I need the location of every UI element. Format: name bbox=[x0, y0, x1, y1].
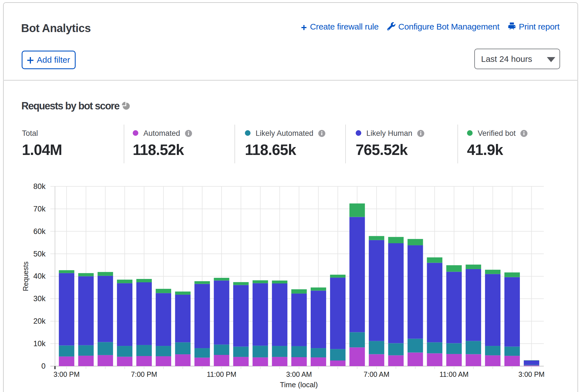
svg-text:50k: 50k bbox=[33, 250, 46, 258]
svg-text:11:00 AM: 11:00 AM bbox=[439, 370, 469, 378]
svg-text:11:00 PM: 11:00 PM bbox=[207, 370, 236, 378]
svg-text:3:00 AM: 3:00 AM bbox=[286, 370, 312, 378]
svg-text:60k: 60k bbox=[33, 227, 46, 236]
svg-text:7:00 AM: 7:00 AM bbox=[364, 370, 389, 378]
svg-text:10k: 10k bbox=[33, 339, 46, 348]
svg-text:30k: 30k bbox=[33, 294, 46, 303]
svg-text:7:00 PM: 7:00 PM bbox=[131, 370, 157, 378]
svg-text:Time (local): Time (local) bbox=[280, 380, 318, 389]
svg-text:40k: 40k bbox=[33, 272, 46, 280]
svg-text:3:00 PM: 3:00 PM bbox=[53, 370, 80, 378]
svg-text:70k: 70k bbox=[33, 205, 46, 213]
svg-text:20k: 20k bbox=[33, 317, 46, 325]
svg-text:0: 0 bbox=[41, 362, 46, 370]
svg-text:80k: 80k bbox=[33, 182, 46, 191]
svg-text:3:00 PM: 3:00 PM bbox=[518, 370, 545, 378]
svg-text:Requests: Requests bbox=[22, 262, 30, 291]
